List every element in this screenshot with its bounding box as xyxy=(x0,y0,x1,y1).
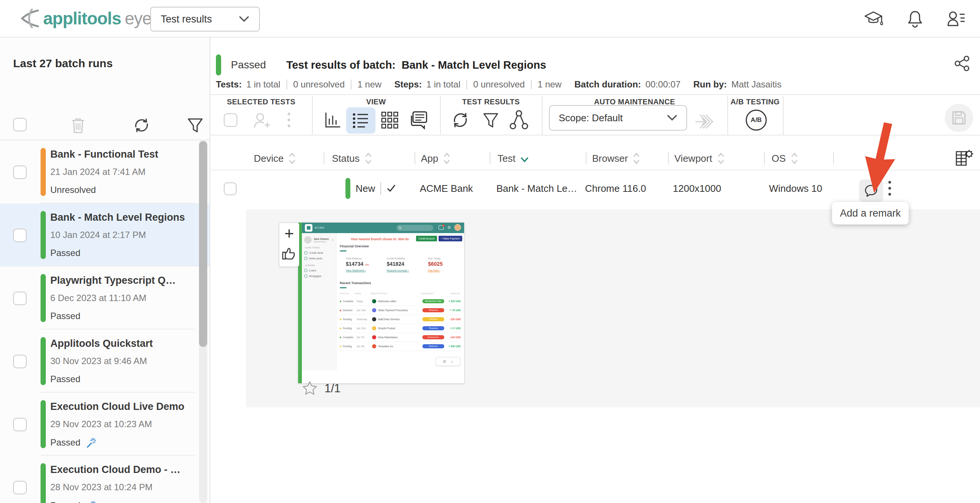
view-remarks-icon[interactable] xyxy=(408,110,428,130)
steps-unresolved: 0 unresolved xyxy=(473,79,525,90)
filter-batches-icon[interactable] xyxy=(187,117,204,133)
batch-item-playwright-typescript[interactable]: Playwright Typescript Q… 6 Dec 2023 at 1… xyxy=(0,267,210,330)
table-columns-settings-icon[interactable] xyxy=(955,149,974,167)
steps-new: 1 new xyxy=(538,79,562,90)
duration-value: 00:00:07 xyxy=(646,79,680,90)
row-status-cell[interactable]: New xyxy=(345,176,396,200)
column-header-os[interactable]: OS xyxy=(772,149,799,167)
batch-checkbox[interactable] xyxy=(13,165,27,179)
mini-chat-icon xyxy=(439,225,444,230)
batch-list: Bank - Functional Test 21 Jan 2024 at 7:… xyxy=(0,140,210,503)
batch-name: Bank - Match Level Regions xyxy=(50,212,185,223)
status-dropdown-check-icon[interactable] xyxy=(387,184,396,193)
select-all-batches-checkbox[interactable] xyxy=(13,118,27,132)
notifications-bell-icon[interactable] xyxy=(907,10,924,28)
batch-status-bar xyxy=(41,463,46,503)
batch-status-bar xyxy=(41,337,46,385)
batch-status-bar xyxy=(41,274,46,322)
row-checkbox[interactable] xyxy=(224,182,237,195)
view-chart-icon[interactable] xyxy=(324,111,342,129)
assign-user-icon xyxy=(252,111,272,131)
column-header-viewport[interactable]: Viewport xyxy=(675,149,725,167)
batch-checkbox[interactable] xyxy=(13,418,27,431)
star-step-icon[interactable] xyxy=(302,381,318,397)
refresh-batches-icon[interactable] xyxy=(132,116,151,134)
batch-status: Passed xyxy=(50,248,80,258)
row-browser-cell: Chrome 116.0 xyxy=(585,176,646,200)
filter-results-icon[interactable] xyxy=(482,112,500,129)
mini-app-sidebar: Jack Gomez ≡ CARD TYPES Credit cards› De… xyxy=(302,233,336,370)
selected-tests-more-icon xyxy=(288,113,290,127)
ab-testing-group-label: A/B TESTING xyxy=(727,98,783,106)
delete-batches-icon xyxy=(70,116,86,134)
mini-app-header: ACME ⚙ xyxy=(302,222,464,233)
batch-stats: Tests: 1 in total 0 unresolved 1 new Ste… xyxy=(216,76,781,92)
share-batch-icon[interactable] xyxy=(953,55,970,72)
batch-date: 21 Jan 2024 at 7:41 AM xyxy=(50,167,146,177)
mini-app-brand: ACME xyxy=(315,226,325,229)
tests-unresolved: 0 unresolved xyxy=(293,79,345,90)
row-test-cell: Bank - Match Le… xyxy=(496,176,577,200)
step-actions-popout: + xyxy=(279,222,299,267)
batch-status: Passed xyxy=(50,374,80,384)
column-header-browser[interactable]: Browser xyxy=(592,149,641,167)
column-header-device[interactable]: Device xyxy=(254,149,296,167)
step-counter: 1/1 xyxy=(325,382,340,395)
column-header-status[interactable]: Status xyxy=(332,149,372,167)
row-status-pill xyxy=(345,178,350,199)
sidebar-title: Last 27 batch runs xyxy=(13,57,113,70)
account-menu-icon[interactable] xyxy=(947,10,966,28)
zoom-in-button[interactable]: + xyxy=(284,223,294,244)
sort-icon-active xyxy=(520,152,529,165)
brand-primary: applitools xyxy=(43,8,121,29)
thumbs-up-button[interactable] xyxy=(282,245,297,261)
product-select[interactable]: Test results xyxy=(150,7,260,32)
mini-app-logo xyxy=(305,224,312,232)
column-header-app[interactable]: App xyxy=(421,149,451,167)
view-list-icon[interactable] xyxy=(352,112,369,129)
batch-item-bank-match-level-regions[interactable]: Bank - Match Level Regions 10 Jan 2024 a… xyxy=(0,203,210,267)
batch-checkbox[interactable] xyxy=(13,355,27,368)
batch-item-execution-cloud-demo[interactable]: Execution Cloud Demo - … 28 Nov 2023 at … xyxy=(0,456,210,503)
sidebar-scrollbar-track xyxy=(199,140,207,503)
batch-item-bank-functional-test[interactable]: Bank - Functional Test 21 Jan 2024 at 7:… xyxy=(0,140,210,203)
chevron-down-icon xyxy=(667,114,677,121)
auto-maintenance-wand-icon xyxy=(86,500,98,503)
steps-label: Steps: xyxy=(394,79,422,90)
batch-name: Execution Cloud Demo - … xyxy=(50,464,181,476)
view-group-label: VIEW xyxy=(312,98,440,106)
test-flow-icon[interactable] xyxy=(508,109,530,130)
sidebar-scrollbar-thumb[interactable] xyxy=(199,141,207,347)
scope-select[interactable]: Scope: Default xyxy=(549,105,687,131)
batch-checkbox[interactable] xyxy=(13,228,27,242)
product-select-value: Test results xyxy=(161,14,239,25)
chevron-down-icon xyxy=(239,16,249,22)
batch-item-execution-cloud-live-demo[interactable]: Execution Cloud Live Demo 29 Nov 2023 at… xyxy=(0,393,210,456)
mini-search-bar xyxy=(396,225,433,231)
run-by-label: Run by: xyxy=(693,79,727,90)
batch-status-text: Passed xyxy=(231,59,266,71)
scope-select-value: Scope: Default xyxy=(559,112,667,124)
sort-icon xyxy=(632,152,641,165)
mini-menu-icon: ≡ xyxy=(332,238,334,242)
learn-icon[interactable] xyxy=(864,10,883,28)
sort-icon xyxy=(288,152,296,165)
mini-app-main: Your nearest branch closes in: 30m 5s Cr… xyxy=(336,233,464,370)
step-thumbnail-card[interactable]: ACME ⚙ Jack Gomez ≡ CARD TYPES Credit ca… xyxy=(298,222,464,383)
sort-icon xyxy=(364,152,372,165)
batch-checkbox[interactable] xyxy=(13,481,27,494)
view-grid-icon[interactable] xyxy=(381,111,399,129)
save-button xyxy=(945,103,973,132)
sidebar-divider xyxy=(210,38,210,503)
batch-checkbox[interactable] xyxy=(13,292,27,305)
mini-financial-overview-title: Financial Overview xyxy=(340,244,369,248)
column-header-test[interactable]: Test xyxy=(498,149,529,167)
mini-corner-buttons: ⚙⌂ xyxy=(436,357,460,366)
select-all-tests-checkbox[interactable] xyxy=(224,113,237,127)
batch-name: Applitools Quickstart xyxy=(50,338,153,349)
ab-testing-icon[interactable]: A/B xyxy=(746,109,767,131)
batch-status-bar xyxy=(41,148,46,196)
batch-date: 10 Jan 2024 at 2:17 PM xyxy=(50,230,146,240)
refresh-results-icon[interactable] xyxy=(450,110,470,130)
batch-item-applitools-quickstart[interactable]: Applitools Quickstart 30 Nov 2023 at 9:4… xyxy=(0,330,210,393)
